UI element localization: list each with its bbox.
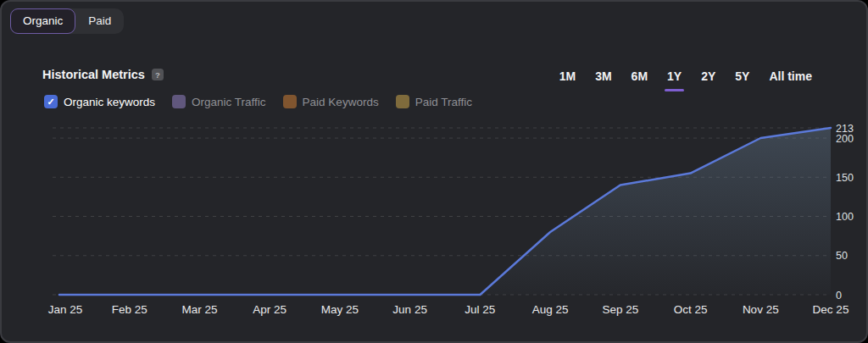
help-icon[interactable]: ? (152, 69, 164, 80)
legend-label: Paid Traffic (415, 96, 472, 108)
x-axis-tick-label: Dec 25 (813, 303, 849, 316)
x-axis-tick-label: Feb 25 (112, 303, 147, 316)
range-all-time[interactable]: All time (769, 69, 812, 88)
legend-label: Paid Keywords (303, 96, 379, 108)
range-3m[interactable]: 3M (595, 69, 611, 88)
x-axis-tick-label: Aug 25 (532, 303, 569, 316)
chart-legend: ✓Organic keywordsOrganic TrafficPaid Key… (44, 95, 472, 108)
legend-item-paid-keywords[interactable]: Paid Keywords (283, 95, 379, 108)
section-title: Historical Metrics (42, 68, 145, 81)
legend-swatch-icon[interactable] (396, 95, 409, 108)
y-axis-tick-label: 200 (836, 133, 854, 145)
x-axis-tick-label: Oct 25 (674, 303, 708, 316)
y-axis-tick-label: 0 (836, 290, 842, 302)
historical-metrics-chart[interactable]: 050100150200213Jan 25Feb 25Mar 25Apr 25M… (2, 119, 868, 332)
x-axis-tick-label: Jul 25 (465, 303, 495, 316)
organic-paid-tab-group: OrganicPaid (10, 8, 124, 34)
y-axis-tick-label: 100 (836, 211, 854, 223)
y-axis-tick-label: 150 (836, 172, 854, 184)
x-axis-tick-label: Nov 25 (743, 303, 779, 316)
legend-item-organic-traffic[interactable]: Organic Traffic (172, 95, 266, 108)
tab-organic[interactable]: Organic (10, 8, 75, 34)
x-axis-tick-label: Apr 25 (253, 303, 287, 316)
legend-swatch-icon[interactable] (283, 95, 297, 108)
x-axis-tick-label: Sep 25 (602, 303, 638, 316)
x-axis-tick-label: Jun 25 (392, 303, 427, 316)
tab-paid[interactable]: Paid (75, 8, 124, 34)
legend-label: Organic keywords (64, 96, 155, 108)
range-6m[interactable]: 6M (632, 69, 648, 88)
historical-metrics-card: OrganicPaid Historical Metrics ? 1M3M6M1… (0, 0, 868, 343)
range-1y[interactable]: 1Y (667, 69, 682, 88)
legend-swatch-icon[interactable] (172, 95, 186, 108)
time-range-selector: 1M3M6M1Y2Y5YAll time (559, 69, 812, 88)
y-axis-tick-label: 50 (836, 250, 848, 262)
range-1m[interactable]: 1M (559, 69, 576, 88)
range-2y[interactable]: 2Y (701, 69, 715, 88)
x-axis-tick-label: Jan 25 (48, 303, 83, 316)
series-area-fill (59, 128, 831, 295)
range-5y[interactable]: 5Y (735, 69, 749, 88)
section-header: Historical Metrics ? (42, 68, 164, 81)
legend-label: Organic Traffic (192, 96, 266, 108)
x-axis-tick-label: May 25 (321, 303, 359, 316)
x-axis-tick-label: Mar 25 (181, 303, 217, 316)
check-icon: ✓ (47, 97, 54, 107)
legend-item-organic-keywords[interactable]: ✓Organic keywords (44, 95, 155, 108)
y-axis-tick-label: 213 (836, 123, 854, 135)
legend-item-paid-traffic[interactable]: Paid Traffic (396, 95, 472, 108)
checkbox-checked-icon[interactable]: ✓ (44, 95, 58, 108)
